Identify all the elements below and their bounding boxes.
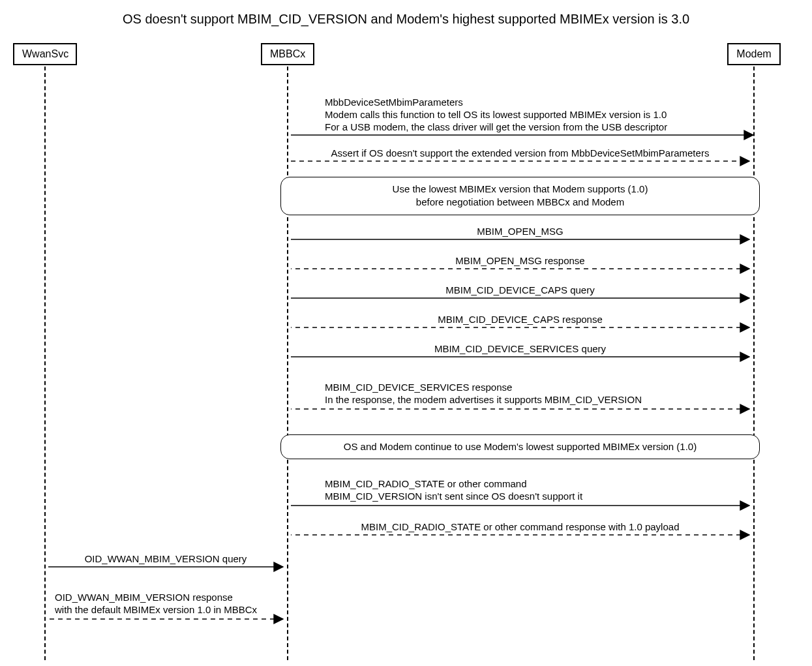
actor-mbbcx: MBBCx (261, 43, 314, 65)
msg-caps-resp: MBIM_CID_DEVICE_CAPS response (291, 314, 749, 326)
note-use-lowest-version: Use the lowest MBIMEx version that Modem… (280, 177, 760, 215)
msg-line: with the default MBIMEx version 1.0 in M… (55, 604, 290, 616)
note-line: OS and Modem continue to use Modem's low… (344, 441, 697, 452)
msg-line: MbbDeviceSetMbimParameters (325, 97, 755, 109)
actor-modem: Modem (727, 43, 781, 65)
note-continue-lowest: OS and Modem continue to use Modem's low… (280, 434, 760, 459)
msg-open-resp: MBIM_OPEN_MSG response (291, 255, 749, 267)
msg-line: In the response, the modem advertises it… (325, 394, 755, 406)
msg-services-query: MBIM_CID_DEVICE_SERVICES query (291, 343, 749, 356)
lifeline-mbbcx (287, 67, 288, 660)
sequence-diagram: OS doesn't support MBIM_CID_VERSION and … (0, 0, 812, 666)
msg-oid-query: OID_WWAN_MBIM_VERSION query (48, 553, 283, 566)
note-line: Use the lowest MBIMEx version that Modem… (393, 183, 648, 194)
msg-line: For a USB modem, the class driver will g… (325, 121, 755, 134)
msg-services-resp: MBIM_CID_DEVICE_SERVICES response In the… (325, 382, 755, 406)
msg-radio-state: MBIM_CID_RADIO_STATE or other command MB… (325, 478, 755, 503)
msg-radio-state-resp: MBIM_CID_RADIO_STATE or other command re… (291, 521, 749, 534)
msg-line: Modem calls this function to tell OS its… (325, 109, 755, 121)
lifeline-wwansvc (44, 67, 46, 660)
msg-caps-query: MBIM_CID_DEVICE_CAPS query (291, 284, 749, 297)
msg-oid-resp: OID_WWAN_MBIM_VERSION response with the … (55, 592, 290, 616)
lifeline-modem (753, 67, 755, 660)
msg-line: MBIM_CID_VERSION isn't sent since OS doe… (325, 491, 755, 503)
msg-open: MBIM_OPEN_MSG (291, 226, 749, 238)
diagram-title: OS doesn't support MBIM_CID_VERSION and … (0, 12, 812, 27)
msg-line: OID_WWAN_MBIM_VERSION response (55, 592, 290, 604)
note-line: before negotiation between MBBCx and Mod… (416, 196, 624, 207)
msg-line: MBIM_CID_RADIO_STATE or other command (325, 478, 755, 491)
msg-assert: Assert if OS doesn't support the extende… (291, 147, 749, 160)
actor-wwansvc: WwanSvc (13, 43, 77, 65)
msg-line: MBIM_CID_DEVICE_SERVICES response (325, 382, 755, 394)
msg-mbb-set-params: MbbDeviceSetMbimParameters Modem calls t… (325, 97, 755, 133)
